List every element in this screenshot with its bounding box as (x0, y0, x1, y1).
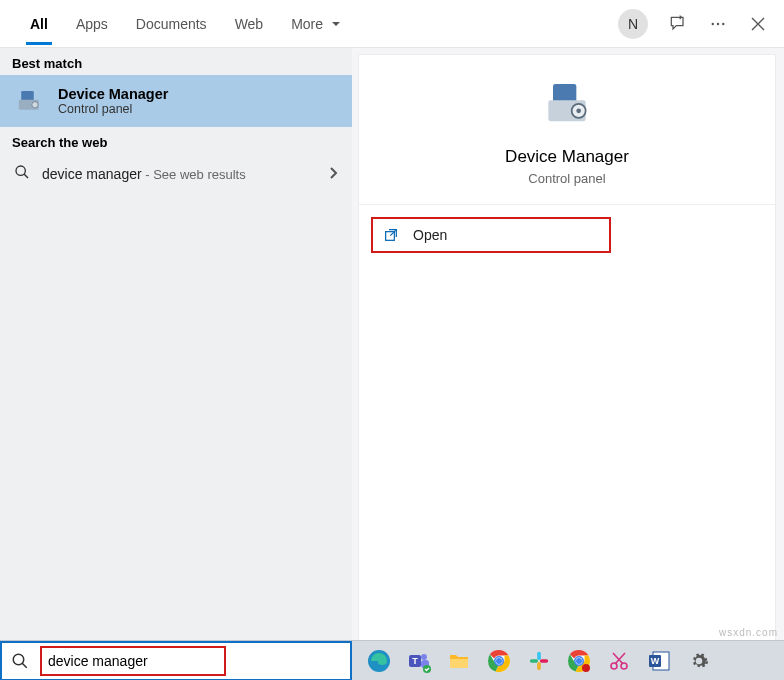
section-best-match: Best match (0, 48, 352, 75)
preview-panel: Device Manager Control panel Open (352, 48, 784, 640)
search-icon (2, 652, 38, 670)
tab-more[interactable]: More (277, 4, 355, 44)
search-filter-tabs: All Apps Documents Web More N (0, 0, 784, 48)
taskbar-chrome-icon[interactable] (486, 648, 512, 674)
open-action-label: Open (413, 227, 447, 243)
svg-point-13 (13, 654, 24, 665)
svg-text:T: T (412, 656, 418, 666)
svg-rect-27 (530, 659, 538, 663)
svg-point-20 (423, 665, 431, 673)
taskbar-file-explorer-icon[interactable] (446, 648, 472, 674)
svg-point-33 (576, 658, 582, 664)
open-icon (383, 227, 399, 243)
web-result-query: device manager (42, 166, 142, 182)
svg-rect-8 (553, 84, 576, 103)
svg-point-1 (717, 22, 719, 24)
taskbar: T W (0, 640, 784, 680)
device-manager-large-icon (539, 77, 595, 133)
user-avatar[interactable]: N (618, 9, 648, 39)
web-result-row[interactable]: device manager - See web results (0, 154, 352, 194)
svg-rect-3 (21, 91, 34, 101)
taskbar-edge-icon[interactable] (366, 648, 392, 674)
device-manager-icon (14, 85, 46, 117)
section-search-web: Search the web (0, 127, 352, 154)
watermark: wsxdn.com (719, 627, 778, 638)
svg-point-18 (421, 654, 427, 660)
tab-web[interactable]: Web (221, 4, 278, 44)
svg-rect-21 (450, 659, 468, 668)
best-match-subtitle: Control panel (58, 102, 168, 116)
close-icon[interactable] (748, 14, 768, 34)
svg-text:W: W (651, 656, 660, 666)
taskbar-snip-icon[interactable] (606, 648, 632, 674)
svg-point-5 (32, 102, 38, 108)
best-match-result[interactable]: Device Manager Control panel (0, 75, 352, 127)
taskbar-slack-icon[interactable] (526, 648, 552, 674)
feedback-icon[interactable] (668, 14, 688, 34)
tab-all[interactable]: All (16, 4, 62, 44)
web-result-suffix: - See web results (142, 167, 246, 182)
svg-point-34 (582, 664, 590, 672)
svg-rect-28 (537, 661, 541, 669)
results-panel: Best match Device Manager Control panel … (0, 48, 352, 640)
svg-rect-29 (540, 659, 548, 663)
tab-more-label: More (291, 16, 323, 32)
best-match-title: Device Manager (58, 86, 168, 102)
taskbar-search[interactable] (0, 641, 352, 681)
taskbar-chrome-alt-icon[interactable] (566, 648, 592, 674)
tab-apps[interactable]: Apps (62, 4, 122, 44)
open-action[interactable]: Open (371, 217, 611, 253)
preview-subtitle: Control panel (528, 171, 605, 186)
chevron-right-icon (328, 166, 338, 183)
preview-title: Device Manager (505, 147, 629, 167)
taskbar-teams-icon[interactable]: T (406, 648, 432, 674)
chevron-down-icon (331, 16, 341, 32)
search-input[interactable] (48, 653, 218, 669)
svg-point-11 (576, 109, 581, 114)
taskbar-word-icon[interactable]: W (646, 648, 672, 674)
search-icon (14, 164, 30, 184)
svg-point-0 (712, 22, 714, 24)
svg-point-2 (722, 22, 724, 24)
svg-point-25 (496, 658, 502, 664)
more-options-icon[interactable] (708, 14, 728, 34)
svg-line-14 (22, 663, 27, 668)
svg-point-6 (16, 166, 25, 175)
svg-rect-26 (537, 651, 541, 659)
svg-line-7 (24, 174, 28, 178)
taskbar-settings-icon[interactable] (686, 648, 712, 674)
tab-documents[interactable]: Documents (122, 4, 221, 44)
